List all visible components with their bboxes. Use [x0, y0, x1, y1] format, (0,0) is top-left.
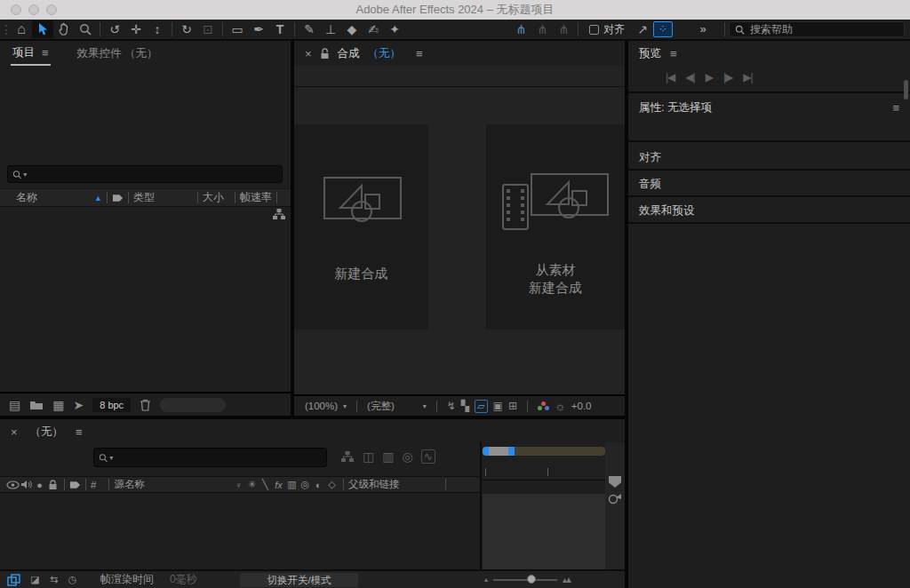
- transfer-controls-icon[interactable]: ◪: [28, 574, 42, 585]
- timeline-search-input[interactable]: [115, 451, 322, 464]
- column-parent-link[interactable]: 父级和链接: [348, 478, 400, 491]
- properties-panel-header[interactable]: 属性: 无选择项 ≡: [628, 94, 910, 121]
- tab-preview[interactable]: 预览: [639, 46, 661, 61]
- wand-icon[interactable]: ➤: [73, 398, 84, 412]
- close-icon[interactable]: ×: [305, 47, 312, 60]
- rotate-tool-icon[interactable]: ↻: [176, 20, 197, 38]
- next-frame-button[interactable]: |▶: [723, 71, 732, 83]
- lock-icon[interactable]: [46, 480, 60, 490]
- help-search-field[interactable]: [729, 21, 905, 37]
- navigator-inner-handle[interactable]: [508, 447, 515, 456]
- new-composition-from-footage-card[interactable]: 从素材 新建合成: [486, 124, 625, 330]
- timeline-search-field[interactable]: ▾: [93, 448, 327, 467]
- column-size[interactable]: 大小: [203, 190, 224, 205]
- motion-blur-switch-icon[interactable]: ◎: [299, 479, 312, 490]
- fast-preview-icon[interactable]: ↯: [447, 400, 456, 412]
- draft-3d-icon[interactable]: ◫: [363, 449, 374, 464]
- project-search-field[interactable]: ▾: [7, 165, 283, 183]
- eye-visibility-icon[interactable]: [6, 481, 20, 489]
- tab-effect-controls[interactable]: 效果控件 （无）: [77, 46, 158, 61]
- right-scrollbar-thumb[interactable]: [904, 80, 908, 99]
- roto-brush-tool-icon[interactable]: ✍: [363, 20, 384, 38]
- column-name[interactable]: 名称: [16, 190, 37, 205]
- rectangle-tool-icon[interactable]: ▭: [227, 20, 248, 38]
- chevron-down-icon[interactable]: ▾: [423, 402, 427, 410]
- comp-mini-button[interactable]: [608, 492, 623, 505]
- three-d-layer-switch-icon[interactable]: ◇: [325, 479, 339, 490]
- column-number[interactable]: #: [91, 480, 96, 490]
- home-tool-icon[interactable]: ⌂: [11, 20, 32, 38]
- composition-nesting-icon[interactable]: [340, 450, 355, 464]
- channel-rgb-icon[interactable]: [538, 401, 549, 411]
- puppet-pin-tool-icon[interactable]: ✦: [384, 20, 405, 38]
- pen-tool-icon[interactable]: ✒: [248, 20, 269, 38]
- in-out-panes-icon[interactable]: ⇆: [47, 574, 60, 585]
- zoom-slider-track[interactable]: [493, 579, 557, 581]
- new-folder-icon[interactable]: [29, 400, 44, 410]
- motion-blur-icon[interactable]: ◎: [402, 449, 412, 464]
- column-type[interactable]: 类型: [133, 190, 155, 205]
- snap-toggle[interactable]: 对齐: [589, 22, 625, 37]
- transparency-grid-icon[interactable]: ▚: [461, 400, 469, 412]
- tab-project[interactable]: 项目 ≡: [11, 41, 51, 66]
- timeline-track-area[interactable]: [483, 494, 605, 569]
- exposure-reset-icon[interactable]: ☼: [555, 399, 566, 413]
- comp-marker-bin[interactable]: [609, 476, 621, 488]
- chevron-down-icon[interactable]: ▾: [343, 402, 347, 410]
- solo-icon[interactable]: ●: [33, 480, 46, 490]
- mask-visibility-icon[interactable]: ▱: [475, 400, 487, 413]
- play-button[interactable]: ▶: [706, 71, 713, 83]
- align-panel-header[interactable]: 对齐: [628, 146, 910, 169]
- selection-tool-icon[interactable]: [32, 20, 53, 38]
- composition-panel-menu-icon[interactable]: ≡: [416, 47, 423, 60]
- clone-stamp-tool-icon[interactable]: ⊥: [320, 20, 341, 38]
- local-axis-mode-icon[interactable]: ⋔: [510, 20, 531, 38]
- interpret-footage-icon[interactable]: ▤: [9, 398, 20, 412]
- new-composition-card[interactable]: 新建合成: [294, 124, 428, 330]
- time-navigator[interactable]: [483, 447, 605, 456]
- snap-checkbox[interactable]: [589, 25, 599, 35]
- effects-switch-icon[interactable]: fx: [272, 480, 285, 490]
- brush-tool-icon[interactable]: ✎: [299, 20, 320, 38]
- frame-blending-icon[interactable]: ▥: [382, 449, 394, 464]
- eraser-tool-icon[interactable]: ◆: [341, 20, 363, 38]
- tab-composition[interactable]: 合成: [338, 46, 360, 61]
- dolly-camera-tool-icon[interactable]: ↕: [147, 20, 168, 38]
- chevron-down-icon[interactable]: ▾: [23, 171, 27, 179]
- toggle-switches-modes-button[interactable]: 切换开关/模式: [240, 573, 358, 587]
- region-of-interest-icon[interactable]: ▣: [493, 400, 503, 412]
- adjustment-layer-switch-icon[interactable]: ◐: [312, 480, 325, 490]
- first-frame-button[interactable]: |◀: [666, 71, 675, 83]
- zoom-in-mountains-icon[interactable]: ▴▲: [563, 575, 571, 584]
- color-depth-button[interactable]: 8 bpc: [92, 398, 131, 412]
- camera-tool-icon[interactable]: ⊡: [197, 20, 219, 38]
- preview-panel-menu-icon[interactable]: ≡: [670, 47, 677, 60]
- collapse-transformations-icon[interactable]: ✳: [245, 479, 259, 490]
- chevron-down-icon[interactable]: ▾: [109, 454, 113, 462]
- expand-layer-switches-icon[interactable]: [7, 574, 21, 586]
- label-tag-icon[interactable]: [112, 193, 124, 203]
- content-aware-icon[interactable]: ⁘: [653, 21, 673, 37]
- resolution-value[interactable]: (完整): [367, 400, 395, 413]
- zoom-slider-knob[interactable]: [527, 575, 536, 584]
- project-flowchart-icon[interactable]: [272, 208, 286, 221]
- view-axis-mode-icon[interactable]: ⋔: [553, 20, 574, 38]
- magnification-value[interactable]: (100%): [305, 401, 338, 411]
- lock-open-icon[interactable]: [320, 48, 330, 60]
- shy-switch-icon[interactable]: ♀: [232, 480, 245, 490]
- graph-editor-icon[interactable]: ∿: [421, 449, 435, 464]
- project-search-input[interactable]: [28, 168, 277, 180]
- last-frame-button[interactable]: ▶|: [743, 71, 752, 83]
- help-search-input[interactable]: [750, 23, 883, 36]
- navigator-zoom-box[interactable]: [489, 447, 508, 456]
- time-ruler[interactable]: [483, 456, 605, 481]
- zoom-out-mountain-icon[interactable]: ▴: [484, 576, 488, 584]
- render-time-pane-icon[interactable]: ◷: [66, 574, 79, 585]
- grid-guides-icon[interactable]: ⊞: [508, 400, 517, 412]
- pan-camera-tool-icon[interactable]: ✛: [125, 20, 147, 38]
- hand-tool-icon[interactable]: [53, 20, 75, 38]
- column-source-name[interactable]: 源名称: [114, 478, 145, 491]
- close-icon[interactable]: ×: [11, 425, 18, 439]
- toolbar-overflow-button[interactable]: »: [685, 20, 721, 38]
- frame-blend-switch-icon[interactable]: ▥: [285, 479, 299, 490]
